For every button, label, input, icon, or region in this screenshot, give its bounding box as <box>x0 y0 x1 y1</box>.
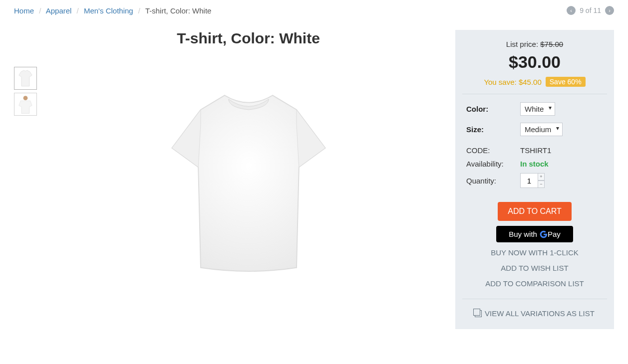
quantity-increment[interactable]: + <box>538 173 545 181</box>
price: $30.00 <box>465 52 604 72</box>
availability-value: In stock <box>520 160 549 168</box>
gpay-prefix: Buy with <box>509 230 537 238</box>
quantity-decrement[interactable]: − <box>538 181 545 188</box>
color-option-label: Color: <box>466 105 520 113</box>
variations-icon <box>475 310 482 317</box>
breadcrumb-separator: / <box>39 6 41 15</box>
thumbnail-list <box>14 67 41 329</box>
breadcrumb-link-apparel[interactable]: Apparel <box>46 6 72 15</box>
breadcrumb-link-mens-clothing[interactable]: Men's Clothing <box>84 6 133 15</box>
pager-prev-icon[interactable]: ‹ <box>567 6 576 15</box>
color-select[interactable]: White <box>520 102 555 116</box>
tshirt-image <box>129 62 368 301</box>
google-pay-button[interactable]: Buy with Pay <box>496 226 573 242</box>
breadcrumb-link-home[interactable]: Home <box>14 6 34 15</box>
model-icon <box>14 93 36 115</box>
product-title: T-shirt, Color: White <box>177 30 320 47</box>
size-option-label: Size: <box>466 125 520 134</box>
breadcrumb: Home / Apparel / Men's Clothing / T-shir… <box>14 6 211 15</box>
breadcrumb-current: T-shirt, Color: White <box>145 6 212 15</box>
product-main-image[interactable] <box>129 62 368 301</box>
buy-panel: List price: $75.00 $30.00 You save: $45.… <box>455 30 614 329</box>
code-label: CODE: <box>466 146 520 155</box>
thumbnail-1[interactable] <box>14 67 37 90</box>
add-to-wishlist-button[interactable]: ADD TO WISH LIST <box>501 263 568 273</box>
list-price: List price: $75.00 <box>465 40 604 48</box>
save-badge: Save 60% <box>546 77 586 87</box>
gpay-logo-icon: Pay <box>540 230 561 238</box>
add-to-compare-button[interactable]: ADD TO COMPARISON LIST <box>485 278 584 289</box>
buy-now-1click-button[interactable]: BUY NOW WITH 1-CLICK <box>491 247 579 258</box>
quantity-label: Quantity: <box>466 177 520 185</box>
availability-label: Availability: <box>466 160 520 168</box>
thumbnail-2[interactable] <box>14 93 37 116</box>
size-select[interactable]: Medium <box>520 123 563 136</box>
list-price-value: $75.00 <box>540 40 563 48</box>
pager-next-icon[interactable]: › <box>605 6 614 15</box>
breadcrumb-separator: / <box>77 6 79 15</box>
you-save: You save: $45.00 <box>484 78 541 86</box>
pager-position: 9 of 11 <box>580 6 601 14</box>
tshirt-icon <box>14 67 36 89</box>
quantity-input[interactable] <box>520 173 538 188</box>
product-pager: ‹ 9 of 11 › <box>567 6 614 15</box>
add-to-cart-button[interactable]: ADD TO CART <box>498 202 572 221</box>
breadcrumb-separator: / <box>138 6 140 15</box>
view-variations-button[interactable]: VIEW ALL VARIATIONS AS LIST <box>475 309 595 318</box>
svg-point-1 <box>23 96 28 100</box>
code-value: TSHIRT1 <box>520 146 551 155</box>
